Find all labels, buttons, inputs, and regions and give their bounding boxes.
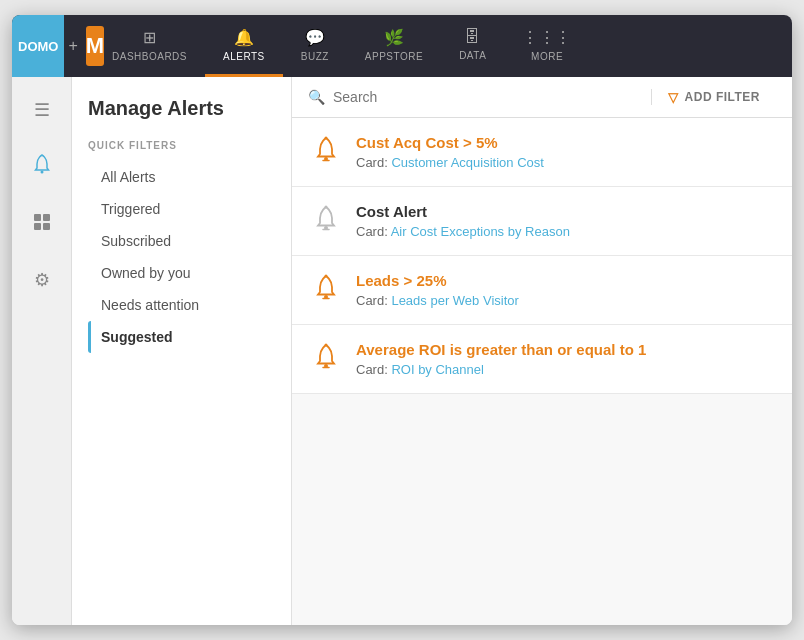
main-body: ☰ ⚙ Manage Alerts QUICK FILTERS (12, 77, 792, 625)
hamburger-icon[interactable]: ☰ (28, 93, 56, 127)
nav-item-appstore[interactable]: 🌿APPSTORE (347, 15, 441, 77)
add-filter-label: ADD FILTER (685, 90, 760, 104)
filter-icon: ▽ (668, 90, 679, 105)
icon-rail: ☰ ⚙ (12, 77, 72, 625)
svg-point-12 (325, 275, 328, 278)
alert-card-alert-2: Card: Air Cost Exceptions by Reason (356, 224, 570, 239)
filter-item-needs-attention[interactable]: Needs attention (88, 289, 275, 321)
alert-name-alert-2: Cost Alert (356, 203, 570, 220)
svg-point-6 (325, 137, 328, 140)
svg-rect-4 (43, 223, 50, 230)
alert-bell-alert-3 (312, 273, 340, 307)
buzz-nav-label: BUZZ (301, 51, 329, 62)
alert-card-alert-4: Card: ROI by Channel (356, 362, 646, 377)
grid-rail-icon[interactable] (26, 206, 58, 243)
search-input[interactable] (333, 89, 635, 105)
alert-card-link-alert-1[interactable]: Customer Acquisition Cost (391, 155, 543, 170)
svg-rect-2 (43, 214, 50, 221)
filter-item-all-alerts[interactable]: All Alerts (88, 161, 275, 193)
svg-point-0 (40, 171, 43, 174)
alert-item-alert-2[interactable]: Cost Alert Card: Air Cost Exceptions by … (292, 187, 792, 256)
alert-info-alert-3: Leads > 25% Card: Leads per Web Visitor (356, 272, 519, 308)
search-bar: 🔍 ▽ ADD FILTER (292, 77, 792, 118)
buzz-nav-icon: 💬 (305, 28, 326, 47)
alerts-nav-icon: 🔔 (234, 28, 255, 47)
alert-card-link-alert-4[interactable]: ROI by Channel (391, 362, 484, 377)
svg-point-15 (325, 344, 328, 347)
alert-bell-alert-4 (312, 342, 340, 376)
logo-domo-text: DOMO (18, 39, 58, 54)
nav-logo-area: DOMO + M (12, 15, 94, 77)
quick-filters-label: QUICK FILTERS (88, 140, 275, 151)
alert-info-alert-1: Cust Acq Cost > 5% Card: Customer Acquis… (356, 134, 544, 170)
alert-name-alert-4: Average ROI is greater than or equal to … (356, 341, 646, 358)
more-nav-label: MORE (531, 51, 563, 62)
alert-card-link-alert-3[interactable]: Leads per Web Visitor (391, 293, 518, 308)
top-nav: DOMO + M ⊞DASHBOARDS🔔ALERTS💬BUZZ🌿APPSTOR… (12, 15, 792, 77)
sidebar: Manage Alerts QUICK FILTERS All AlertsTr… (72, 77, 292, 625)
alert-info-alert-4: Average ROI is greater than or equal to … (356, 341, 646, 377)
nav-item-dashboards[interactable]: ⊞DASHBOARDS (94, 15, 205, 77)
add-filter-button[interactable]: ▽ ADD FILTER (652, 90, 776, 105)
search-icon: 🔍 (308, 89, 325, 105)
alert-card-link-alert-2[interactable]: Air Cost Exceptions by Reason (391, 224, 570, 239)
alert-bell-alert-2 (312, 204, 340, 238)
alert-card-alert-3: Card: Leads per Web Visitor (356, 293, 519, 308)
filter-item-subscribed[interactable]: Subscribed (88, 225, 275, 257)
nav-item-more[interactable]: ⋮⋮⋮MORE (504, 15, 590, 77)
main-content: 🔍 ▽ ADD FILTER Cust Acq Cost > 5% Card: … (292, 77, 792, 625)
alert-item-alert-4[interactable]: Average ROI is greater than or equal to … (292, 325, 792, 394)
more-nav-icon: ⋮⋮⋮ (522, 28, 572, 47)
dashboards-nav-icon: ⊞ (143, 28, 157, 47)
alert-name-alert-3: Leads > 25% (356, 272, 519, 289)
data-nav-label: DATA (459, 50, 486, 61)
app-window: DOMO + M ⊞DASHBOARDS🔔ALERTS💬BUZZ🌿APPSTOR… (12, 15, 792, 625)
top-nav-items: ⊞DASHBOARDS🔔ALERTS💬BUZZ🌿APPSTORE🗄DATA⋮⋮⋮… (94, 15, 792, 77)
alerts-nav-label: ALERTS (223, 51, 265, 62)
nav-item-alerts[interactable]: 🔔ALERTS (205, 15, 283, 77)
nav-item-data[interactable]: 🗄DATA (441, 15, 504, 77)
alerts-list: Cust Acq Cost > 5% Card: Customer Acquis… (292, 118, 792, 625)
svg-rect-3 (34, 223, 41, 230)
filter-item-owned-by-you[interactable]: Owned by you (88, 257, 275, 289)
filter-list: All AlertsTriggeredSubscribedOwned by yo… (88, 161, 275, 353)
dashboards-nav-label: DASHBOARDS (112, 51, 187, 62)
alert-item-alert-3[interactable]: Leads > 25% Card: Leads per Web Visitor (292, 256, 792, 325)
svg-rect-1 (34, 214, 41, 221)
alert-card-alert-1: Card: Customer Acquisition Cost (356, 155, 544, 170)
filter-item-triggered[interactable]: Triggered (88, 193, 275, 225)
logo-plus: + (64, 37, 81, 55)
alert-bell-alert-1 (312, 135, 340, 169)
data-nav-icon: 🗄 (464, 28, 481, 46)
alert-item-alert-1[interactable]: Cust Acq Cost > 5% Card: Customer Acquis… (292, 118, 792, 187)
alert-name-alert-1: Cust Acq Cost > 5% (356, 134, 544, 151)
svg-point-9 (325, 206, 328, 209)
sidebar-title: Manage Alerts (88, 97, 275, 120)
appstore-nav-label: APPSTORE (365, 51, 423, 62)
alerts-rail-icon[interactable] (25, 147, 59, 186)
appstore-nav-icon: 🌿 (384, 28, 405, 47)
logo-domo[interactable]: DOMO (12, 15, 64, 77)
filter-item-suggested[interactable]: Suggested (88, 321, 275, 353)
alert-info-alert-2: Cost Alert Card: Air Cost Exceptions by … (356, 203, 570, 239)
nav-item-buzz[interactable]: 💬BUZZ (283, 15, 347, 77)
settings-rail-icon[interactable]: ⚙ (28, 263, 56, 297)
search-input-area[interactable]: 🔍 (308, 89, 652, 105)
